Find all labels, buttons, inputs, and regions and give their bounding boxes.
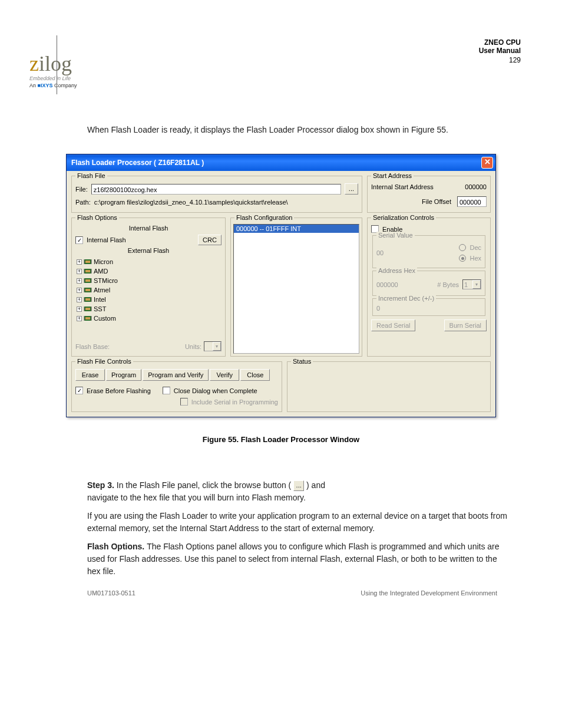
internal-flash-header: Internal Flash — [75, 225, 222, 232]
footer: UM017103-0511 Using the Integrated Devel… — [87, 589, 497, 597]
tree-node[interactable]: +Micron — [75, 257, 222, 266]
group-address-hex-label: Address Hex — [376, 267, 417, 274]
logo-block: zilog Embedded in Life An ■IXYS Company — [29, 53, 538, 88]
tree-node[interactable]: +Intel — [75, 295, 222, 304]
svg-rect-1 — [85, 261, 90, 263]
file-input[interactable]: z16f2800100zcog.hex — [91, 184, 341, 195]
expand-icon[interactable]: + — [77, 269, 82, 274]
chip-icon — [84, 268, 92, 275]
group-serial-value-label: Serial Value — [376, 232, 415, 239]
close-button[interactable]: Close — [240, 369, 270, 381]
tree-node-label: Atmel — [94, 286, 110, 294]
tree-node[interactable]: +STMicro — [75, 276, 222, 285]
expand-icon[interactable]: + — [77, 307, 82, 312]
file-offset-label: File Offset — [422, 198, 451, 205]
expand-icon[interactable]: + — [77, 278, 82, 284]
close-complete-checkbox[interactable] — [163, 387, 170, 394]
group-flash-config-label: Flash Configuration — [234, 214, 294, 221]
include-serial-checkbox — [180, 398, 188, 406]
units-label: Units: — [185, 343, 201, 350]
read-serial-button: Read Serial — [371, 319, 415, 331]
close-complete-label: Close Dialog when Complete — [174, 387, 257, 394]
para1: If you are using the Flash Loader to wri… — [87, 510, 509, 535]
svg-rect-31 — [85, 289, 90, 291]
include-serial-label: Include Serial in Programming — [191, 398, 278, 406]
program-verify-button[interactable]: Program and Verify — [143, 369, 209, 381]
dec-label: Dec — [470, 244, 481, 251]
hex-label: Hex — [470, 255, 481, 262]
group-status-label: Status — [291, 358, 313, 365]
page-number-top: 129 — [479, 56, 521, 64]
vertical-rule — [57, 35, 57, 94]
after-text: Step 3. In the Flash File panel, click t… — [87, 479, 509, 578]
expand-icon[interactable]: + — [77, 288, 82, 293]
chip-icon — [84, 286, 92, 294]
file-label: File: — [75, 186, 88, 193]
chip-icon — [84, 305, 92, 312]
tree-node[interactable]: +Atmel — [75, 285, 222, 295]
tree-node-label: AMD — [94, 268, 108, 275]
group-increment: Increment Dec (+/-) 0 — [372, 298, 485, 316]
browse-button[interactable]: ... — [345, 183, 358, 195]
chip-icon — [84, 258, 92, 265]
tree-node[interactable]: +Custom — [75, 314, 222, 323]
window-title: Flash Loader Processor ( Z16F2811AL ) — [71, 159, 204, 167]
internal-flash-checkbox[interactable]: ✓ — [75, 236, 83, 244]
dec-radio — [459, 244, 466, 251]
tree-node-label: Intel — [94, 296, 106, 303]
svg-rect-51 — [85, 308, 90, 310]
svg-rect-11 — [85, 270, 90, 272]
group-flash-options-label: Flash Options — [75, 214, 119, 221]
units-dropdown: ▾ — [204, 341, 222, 351]
figure-caption: Figure 55. Flash Loader Processor Window — [24, 435, 538, 444]
footer-section: Using the Integrated Development Environ… — [361, 589, 497, 597]
group-address-hex: Address Hex 000000 # Bytes 1▾ — [372, 271, 485, 296]
external-flash-tree[interactable]: +Micron+AMD+STMicro+Atmel+Intel+SST+Cust… — [75, 256, 222, 324]
path-label: Path: — [75, 199, 91, 206]
external-flash-header: External Flash — [75, 247, 222, 254]
erase-before-checkbox[interactable]: ✓ — [75, 387, 83, 394]
close-icon[interactable]: ✕ — [481, 157, 493, 169]
expand-icon[interactable]: + — [77, 316, 82, 321]
group-flash-file-controls: Flash File Controls Erase Program Progra… — [71, 361, 282, 412]
intro-text: When Flash Loader is ready, it displays … — [87, 124, 509, 136]
flash-loader-window: Flash Loader Processor ( Z16F2811AL ) ✕ … — [66, 154, 496, 417]
burn-serial-button: Burn Serial — [444, 319, 487, 331]
para2: Flash Options. The Flash Options panel a… — [87, 541, 509, 578]
group-flash-options: Flash Options Internal Flash ✓ Internal … — [71, 218, 226, 357]
program-button[interactable]: Program — [106, 369, 141, 381]
group-serialization: Serialization Controls Enable Serial Val… — [367, 218, 491, 357]
header-code: ZNEO CPU — [479, 38, 521, 47]
group-increment-label: Increment Dec (+/-) — [376, 295, 436, 302]
crc-button[interactable]: CRC — [198, 235, 222, 245]
expand-icon[interactable]: + — [77, 297, 82, 302]
tree-node[interactable]: +SST — [75, 304, 222, 314]
file-offset-input[interactable]: 000000 — [457, 196, 487, 207]
footer-code: UM017103-0511 — [87, 589, 135, 597]
group-ffc-label: Flash File Controls — [75, 358, 133, 365]
inline-browse-icon: ... — [293, 480, 304, 491]
bytes-dropdown: 1▾ — [462, 279, 481, 289]
tree-node-label: Micron — [94, 258, 113, 265]
tree-node-label: STMicro — [94, 277, 118, 284]
svg-rect-61 — [85, 317, 90, 319]
tree-node-label: Custom — [94, 315, 116, 322]
verify-button[interactable]: Verify — [210, 369, 239, 381]
svg-rect-21 — [85, 279, 90, 282]
internal-flash-cb-label: Internal Flash — [87, 236, 126, 243]
chip-icon — [84, 296, 92, 303]
isa-label: Internal Start Address — [371, 183, 434, 190]
tree-node[interactable]: +AMD — [75, 266, 222, 276]
chip-icon — [84, 277, 92, 284]
expand-icon[interactable]: + — [77, 259, 82, 265]
flash-base-label: Flash Base: — [75, 343, 110, 350]
flash-config-item[interactable]: 000000 -- 01FFFF INT — [234, 225, 359, 233]
erase-before-label: Erase Before Flashing — [87, 387, 151, 394]
hex-radio — [459, 255, 466, 262]
bytes-label: # Bytes — [437, 281, 459, 288]
window-titlebar[interactable]: Flash Loader Processor ( Z16F2811AL ) ✕ — [67, 154, 495, 171]
erase-button[interactable]: Erase — [75, 369, 105, 381]
group-flash-file-label: Flash File — [75, 172, 107, 179]
flash-config-listbox[interactable]: 000000 -- 01FFFF INT — [233, 224, 359, 354]
group-status: Status — [287, 361, 491, 412]
